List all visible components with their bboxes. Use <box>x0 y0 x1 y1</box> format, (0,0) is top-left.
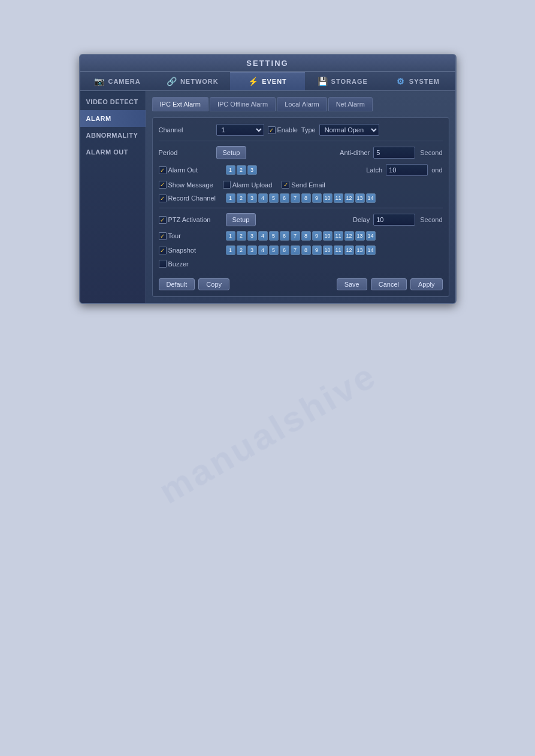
snap-ch-10[interactable]: 10 <box>323 245 333 255</box>
alarm-out-wrapper: Alarm Out <box>159 166 222 174</box>
enable-checkbox[interactable] <box>268 126 276 134</box>
snap-ch-9[interactable]: 9 <box>312 245 322 255</box>
record-channel-wrapper: Record Channel <box>159 195 222 202</box>
rec-ch-7[interactable]: 7 <box>291 193 300 203</box>
show-message-checkbox[interactable] <box>159 181 167 189</box>
tour-ch-13[interactable]: 13 <box>355 231 365 241</box>
form-section: Channel 1 2 Enable Type Normal Open Norm… <box>152 117 449 297</box>
tab-camera[interactable]: 📷 CAMERA <box>80 72 155 90</box>
alarm-upload-checkbox[interactable] <box>223 181 231 189</box>
type-select[interactable]: Normal Open Normal Close <box>319 124 379 136</box>
cancel-button[interactable]: Cancel <box>371 278 407 290</box>
snap-ch-3[interactable]: 3 <box>247 245 257 255</box>
message-row: Show Message Alarm Upload Send Email <box>159 181 443 189</box>
tour-ch-4[interactable]: 4 <box>258 231 268 241</box>
divider-1 <box>159 141 443 141</box>
tour-ch-11[interactable]: 11 <box>334 231 343 241</box>
sidebar-item-alarm-out[interactable]: ALARM OUT <box>80 144 146 160</box>
sidebar-item-abnormality[interactable]: ABNORMALITY <box>80 127 146 144</box>
alarm-out-channels: 1 2 3 <box>226 165 257 175</box>
tab-storage[interactable]: 💾 STORAGE <box>305 72 380 90</box>
snapshot-row: Snapshot 1 2 3 4 5 6 7 8 9 10 11 1 <box>159 245 443 255</box>
rec-ch-5[interactable]: 5 <box>269 193 279 203</box>
tour-ch-14[interactable]: 14 <box>366 231 376 241</box>
rec-ch-10[interactable]: 10 <box>323 193 333 203</box>
watermark: manualshive <box>152 354 383 512</box>
tour-ch-3[interactable]: 3 <box>247 231 257 241</box>
tab-network[interactable]: 🔗 NETWORK <box>155 72 230 90</box>
save-button[interactable]: Save <box>337 278 367 290</box>
tour-channel-nums: 1 2 3 4 5 6 7 8 9 10 11 12 13 14 <box>226 231 376 241</box>
snap-ch-12[interactable]: 12 <box>344 245 354 255</box>
snap-ch-6[interactable]: 6 <box>280 245 289 255</box>
snapshot-channel-nums: 1 2 3 4 5 6 7 8 9 10 11 12 13 14 <box>226 245 376 255</box>
rec-ch-14[interactable]: 14 <box>366 193 376 203</box>
tab-local-alarm[interactable]: Local Alarm <box>277 97 327 111</box>
tour-ch-2[interactable]: 2 <box>237 231 246 241</box>
snap-ch-7[interactable]: 7 <box>291 245 300 255</box>
channel-select[interactable]: 1 2 <box>216 124 264 136</box>
rec-ch-11[interactable]: 11 <box>334 193 343 203</box>
sidebar-item-alarm[interactable]: ALARM <box>80 110 146 127</box>
latch-input[interactable] <box>386 164 428 176</box>
tour-ch-6[interactable]: 6 <box>280 231 289 241</box>
tour-ch-12[interactable]: 12 <box>344 231 354 241</box>
alarm-out-row: Alarm Out 1 2 3 Latch ond <box>159 164 443 176</box>
rec-ch-3[interactable]: 3 <box>247 193 257 203</box>
snap-ch-4[interactable]: 4 <box>258 245 268 255</box>
rec-ch-6[interactable]: 6 <box>280 193 289 203</box>
tour-ch-5[interactable]: 5 <box>269 231 279 241</box>
tab-net-alarm[interactable]: Net Alarm <box>328 97 373 111</box>
tab-ipc-ext-alarm[interactable]: IPC Ext Alarm <box>152 97 208 111</box>
alarm-out-ch-1[interactable]: 1 <box>226 165 235 175</box>
snap-ch-8[interactable]: 8 <box>301 245 311 255</box>
tab-storage-label: STORAGE <box>331 78 368 85</box>
copy-button[interactable]: Copy <box>198 278 229 290</box>
snap-ch-2[interactable]: 2 <box>237 245 246 255</box>
tour-ch-10[interactable]: 10 <box>323 231 333 241</box>
period-setup-button[interactable]: Setup <box>216 146 247 159</box>
tour-ch-9[interactable]: 9 <box>312 231 322 241</box>
snapshot-checkbox[interactable] <box>159 247 167 254</box>
apply-button[interactable]: Apply <box>410 278 443 290</box>
delay-input[interactable] <box>373 214 415 226</box>
record-channel-checkbox[interactable] <box>159 195 167 202</box>
tab-ipc-offline-alarm[interactable]: IPC Offline Alarm <box>210 97 276 111</box>
tour-checkbox[interactable] <box>159 232 167 240</box>
tour-ch-8[interactable]: 8 <box>301 231 311 241</box>
type-label: Type <box>301 126 316 133</box>
sidebar-item-video-detect[interactable]: VIDEO DETECT <box>80 93 146 110</box>
tour-wrapper: Tour <box>159 232 222 240</box>
delay-second: Second <box>420 216 442 223</box>
snap-ch-14[interactable]: 14 <box>366 245 376 255</box>
rec-ch-2[interactable]: 2 <box>237 193 246 203</box>
rec-ch-13[interactable]: 13 <box>355 193 365 203</box>
alarm-out-ch-3[interactable]: 3 <box>247 165 257 175</box>
snap-ch-1[interactable]: 1 <box>226 245 235 255</box>
snap-ch-5[interactable]: 5 <box>269 245 279 255</box>
alarm-out-ch-2[interactable]: 2 <box>237 165 246 175</box>
alarm-out-checkbox[interactable] <box>159 166 167 174</box>
rec-ch-1[interactable]: 1 <box>226 193 235 203</box>
rec-ch-8[interactable]: 8 <box>301 193 311 203</box>
ptz-activation-checkbox[interactable] <box>159 216 167 224</box>
record-channel-label: Record Channel <box>168 195 222 202</box>
anti-dither-input[interactable] <box>373 147 415 159</box>
rec-ch-4[interactable]: 4 <box>258 193 268 203</box>
send-email-checkbox[interactable] <box>282 181 289 189</box>
tour-ch-7[interactable]: 7 <box>291 231 300 241</box>
ptz-setup-button[interactable]: Setup <box>226 213 256 226</box>
snap-ch-11[interactable]: 11 <box>334 245 343 255</box>
show-message-wrapper: Show Message <box>159 181 213 189</box>
tab-system[interactable]: ⚙ SYSTEM <box>380 72 455 90</box>
window-title: SETTING <box>246 59 288 68</box>
rec-ch-12[interactable]: 12 <box>344 193 354 203</box>
tab-event-label: EVENT <box>262 78 287 85</box>
buzzer-checkbox[interactable] <box>159 260 167 268</box>
tour-ch-1[interactable]: 1 <box>226 231 235 241</box>
tab-event[interactable]: ⚡ EVENT <box>230 72 305 90</box>
rec-ch-9[interactable]: 9 <box>312 193 322 203</box>
buzzer-row: Buzzer <box>159 260 443 268</box>
snap-ch-13[interactable]: 13 <box>355 245 365 255</box>
default-button[interactable]: Default <box>159 278 195 290</box>
